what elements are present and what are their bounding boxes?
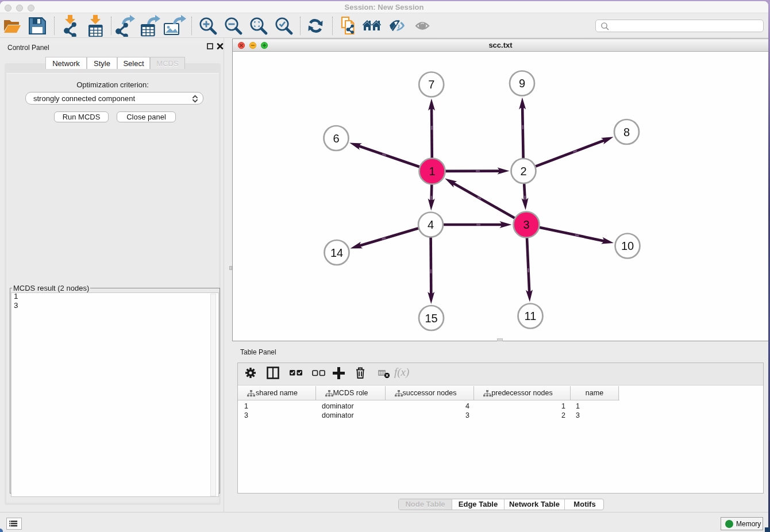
svg-text:14: 14 — [330, 246, 342, 259]
svg-text:6: 6 — [333, 132, 339, 144]
svg-text:8: 8 — [623, 125, 629, 138]
svg-text:2: 2 — [520, 164, 526, 177]
svg-text:f(x): f(x) — [394, 367, 409, 379]
svg-text:11: 11 — [524, 310, 536, 322]
svg-text:10: 10 — [621, 240, 633, 252]
svg-text:4: 4 — [427, 218, 433, 231]
svg-text:3: 3 — [523, 218, 529, 231]
svg-text:1: 1 — [429, 165, 435, 178]
svg-text:9: 9 — [518, 77, 525, 90]
svg-text:15: 15 — [425, 311, 437, 324]
svg-text:7: 7 — [428, 78, 434, 91]
